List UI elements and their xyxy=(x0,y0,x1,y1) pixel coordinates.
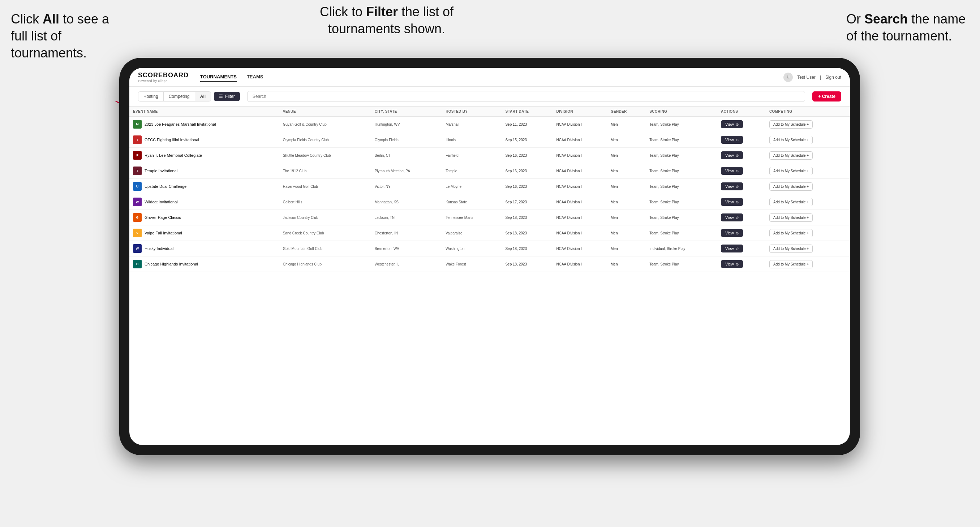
view-button-0[interactable]: View ⊙ xyxy=(721,120,743,128)
cell-gender-6: Men xyxy=(607,210,646,225)
view-button-7[interactable]: View ⊙ xyxy=(721,229,743,237)
cell-scoring-2: Team, Stroke Play xyxy=(646,148,717,163)
cell-event-name-0: M 2023 Joe Feaganes Marshall Invitationa… xyxy=(129,117,279,132)
table-row: C Chicago Highlands Invitational Chicago… xyxy=(129,256,850,272)
view-button-5[interactable]: View ⊙ xyxy=(721,198,743,206)
view-icon-7: ⊙ xyxy=(736,231,738,235)
tablet-screen: SCOREBOARD Powered by clippd TOURNAMENTS… xyxy=(129,68,850,445)
table-header-row: EVENT NAME VENUE CITY, STATE HOSTED BY S… xyxy=(129,106,850,117)
cell-city-6: Jackson, TN xyxy=(371,210,442,225)
cell-actions-9: View ⊙ xyxy=(717,256,766,272)
add-schedule-button-0[interactable]: Add to My Schedule + xyxy=(769,120,813,129)
cell-city-0: Huntington, WV xyxy=(371,117,442,132)
team-logo-8: W xyxy=(133,244,142,253)
col-gender: GENDER xyxy=(607,106,646,117)
team-logo-5: W xyxy=(133,198,142,206)
cell-competing-2: Add to My Schedule + xyxy=(766,148,850,163)
add-schedule-button-5[interactable]: Add to My Schedule + xyxy=(769,198,813,206)
cell-division-6: NCAA Division I xyxy=(552,210,607,225)
event-name-4: Upstate Dual Challenge xyxy=(145,184,186,189)
col-start-date: START DATE xyxy=(501,106,552,117)
team-logo-3: T xyxy=(133,167,142,175)
cell-venue-8: Gold Mountain Golf Club xyxy=(279,241,371,256)
add-schedule-button-8[interactable]: Add to My Schedule + xyxy=(769,244,813,253)
create-button[interactable]: + Create xyxy=(812,91,841,102)
filter-icon-button[interactable]: ☰ Filter xyxy=(214,92,240,101)
view-button-9[interactable]: View ⊙ xyxy=(721,260,743,268)
cell-hosted-2: Fairfield xyxy=(442,148,501,163)
team-logo-9: C xyxy=(133,260,142,268)
nav-tabs: TOURNAMENTS TEAMS xyxy=(200,73,783,82)
nav-tab-tournaments[interactable]: TOURNAMENTS xyxy=(200,73,237,82)
table-row: I OFCC Fighting Illini Invitational Olym… xyxy=(129,132,850,148)
cell-venue-5: Colbert Hills xyxy=(279,194,371,210)
add-schedule-button-2[interactable]: Add to My Schedule + xyxy=(769,151,813,160)
filter-all-btn[interactable]: All xyxy=(195,92,211,101)
view-button-8[interactable]: View ⊙ xyxy=(721,244,743,252)
annotation-top-left: Click All to see a full list of tourname… xyxy=(11,11,112,61)
col-scoring: SCORING xyxy=(646,106,717,117)
cell-venue-1: Olympia Fields Country Club xyxy=(279,132,371,148)
event-name-6: Grover Page Classic xyxy=(145,215,181,220)
view-icon-9: ⊙ xyxy=(736,262,738,266)
app-header: SCOREBOARD Powered by clippd TOURNAMENTS… xyxy=(129,68,850,87)
cell-division-7: NCAA Division I xyxy=(552,225,607,241)
team-logo-0: M xyxy=(133,120,142,129)
add-schedule-button-7[interactable]: Add to My Schedule + xyxy=(769,229,813,237)
search-input[interactable] xyxy=(247,91,805,102)
event-name-9: Chicago Highlands Invitational xyxy=(145,262,198,266)
cell-actions-4: View ⊙ xyxy=(717,179,766,194)
filter-label: Filter xyxy=(225,94,235,99)
cell-competing-7: Add to My Schedule + xyxy=(766,225,850,241)
view-button-6[interactable]: View ⊙ xyxy=(721,213,743,221)
cell-gender-1: Men xyxy=(607,132,646,148)
filter-icon: ☰ xyxy=(219,94,223,99)
view-icon-2: ⊙ xyxy=(736,154,738,157)
cell-competing-3: Add to My Schedule + xyxy=(766,163,850,179)
cell-event-name-6: G Grover Page Classic xyxy=(129,210,279,225)
add-schedule-button-3[interactable]: Add to My Schedule + xyxy=(769,167,813,175)
cell-event-name-3: T Temple Invitational xyxy=(129,163,279,179)
view-button-4[interactable]: View ⊙ xyxy=(721,183,743,190)
view-button-3[interactable]: View ⊙ xyxy=(721,167,743,175)
cell-competing-1: Add to My Schedule + xyxy=(766,132,850,148)
cell-hosted-5: Kansas State xyxy=(442,194,501,210)
add-schedule-button-6[interactable]: Add to My Schedule + xyxy=(769,213,813,222)
view-icon-0: ⊙ xyxy=(736,122,738,126)
event-name-7: Valpo Fall Invitational xyxy=(145,231,182,235)
event-name-2: Ryan T. Lee Memorial Collegiate xyxy=(145,153,202,157)
col-actions: ACTIONS xyxy=(717,106,766,117)
view-icon-8: ⊙ xyxy=(736,247,738,251)
add-schedule-button-9[interactable]: Add to My Schedule + xyxy=(769,260,813,268)
cell-venue-7: Sand Creek Country Club xyxy=(279,225,371,241)
filter-hosting-btn[interactable]: Hosting xyxy=(138,92,164,101)
cell-competing-5: Add to My Schedule + xyxy=(766,194,850,210)
sign-out-link[interactable]: Sign out xyxy=(825,75,841,80)
cell-gender-8: Men xyxy=(607,241,646,256)
event-name-1: OFCC Fighting Illini Invitational xyxy=(145,138,199,142)
cell-venue-9: Chicago Highlands Club xyxy=(279,256,371,272)
view-icon-3: ⊙ xyxy=(736,169,738,173)
user-name: Test User xyxy=(797,75,816,80)
cell-venue-3: The 1912 Club xyxy=(279,163,371,179)
cell-date-4: Sep 16, 2023 xyxy=(501,179,552,194)
cell-actions-0: View ⊙ xyxy=(717,117,766,132)
cell-hosted-7: Valparaiso xyxy=(442,225,501,241)
table-row: W Husky Individual Gold Mountain Golf Cl… xyxy=(129,241,850,256)
cell-actions-8: View ⊙ xyxy=(717,241,766,256)
filter-competing-btn[interactable]: Competing xyxy=(164,92,195,101)
tournaments-table-container: EVENT NAME VENUE CITY, STATE HOSTED BY S… xyxy=(129,106,850,445)
cell-division-0: NCAA Division I xyxy=(552,117,607,132)
view-button-2[interactable]: View ⊙ xyxy=(721,151,743,159)
cell-gender-2: Men xyxy=(607,148,646,163)
cell-scoring-7: Team, Stroke Play xyxy=(646,225,717,241)
col-venue: VENUE xyxy=(279,106,371,117)
add-schedule-button-4[interactable]: Add to My Schedule + xyxy=(769,183,813,191)
cell-scoring-4: Team, Stroke Play xyxy=(646,179,717,194)
add-schedule-button-1[interactable]: Add to My Schedule + xyxy=(769,136,813,144)
cell-division-1: NCAA Division I xyxy=(552,132,607,148)
nav-tab-teams[interactable]: TEAMS xyxy=(247,73,263,82)
cell-competing-9: Add to My Schedule + xyxy=(766,256,850,272)
view-button-1[interactable]: View ⊙ xyxy=(721,136,743,144)
cell-actions-3: View ⊙ xyxy=(717,163,766,179)
